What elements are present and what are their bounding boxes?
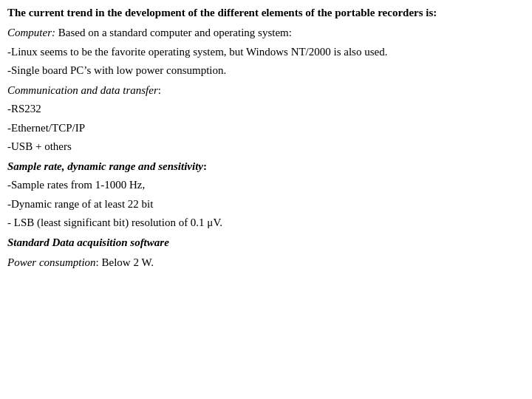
computer-item-1: -Linux seems to be the favorite operatin… — [7, 44, 525, 61]
section-sample: Sample rate, dynamic range and sensitivi… — [7, 158, 525, 231]
comm-item-3: -USB + others — [7, 138, 525, 155]
sample-item-2: -Dynamic range of at least 22 bit — [7, 196, 525, 213]
sample-heading: Sample rate, dynamic range and sensitivi… — [7, 160, 203, 172]
sample-heading-line: Sample rate, dynamic range and sensitivi… — [7, 158, 525, 175]
section-communication: Communication and data transfer: -RS232 … — [7, 82, 525, 155]
section-computer: Computer: Based on a standard computer a… — [7, 24, 525, 79]
sample-heading-rest: : — [203, 160, 207, 172]
intro-heading: The current trend in the development of … — [7, 4, 525, 21]
communication-heading: Communication and data transfer — [7, 84, 158, 96]
sample-item-1: -Sample rates from 1-1000 Hz, — [7, 177, 525, 194]
main-content: The current trend in the development of … — [7, 4, 525, 272]
comm-item-2: -Ethernet/TCP/IP — [7, 120, 525, 137]
communication-heading-line: Communication and data transfer: — [7, 82, 525, 99]
sample-item-3: - LSB (least significant bit) resolution… — [7, 214, 525, 231]
section-power: Power consumption: Below 2 W. — [7, 254, 525, 271]
computer-heading-rest: Based on a standard computer and operati… — [55, 27, 292, 38]
power-heading-rest: : Below 2 W. — [96, 256, 154, 268]
power-heading: Power consumption — [7, 256, 96, 268]
computer-heading-line: Computer: Based on a standard computer a… — [7, 24, 525, 41]
standard-heading-line: Standard Data acquisition software — [7, 234, 525, 251]
comm-item-1: -RS232 — [7, 100, 525, 117]
communication-heading-rest: : — [158, 84, 161, 96]
computer-item-2: -Single board PC’s with low power consum… — [7, 62, 525, 79]
standard-heading: Standard Data acquisition software — [7, 236, 169, 248]
computer-heading: Computer: — [7, 27, 55, 38]
intro-heading-text: The current trend in the development of … — [7, 7, 437, 18]
section-standard: Standard Data acquisition software — [7, 234, 525, 251]
power-heading-line: Power consumption: Below 2 W. — [7, 254, 525, 271]
